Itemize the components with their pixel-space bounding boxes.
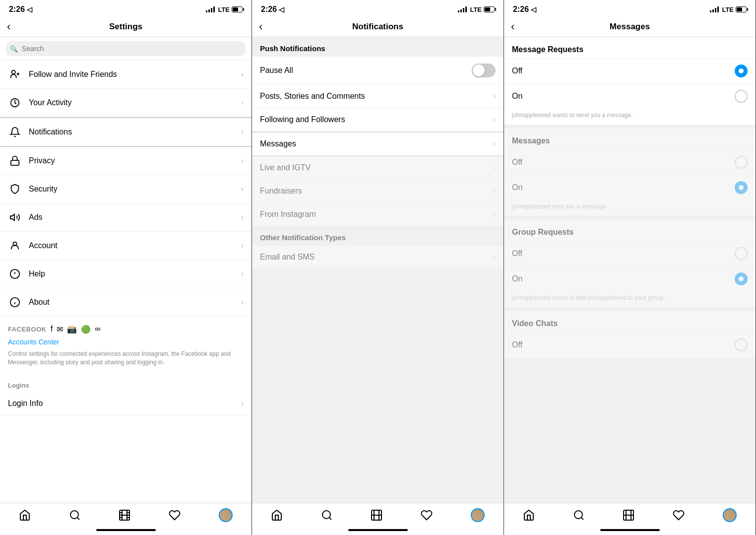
sidebar-item-account[interactable]: Account › bbox=[0, 232, 252, 260]
sidebar-item-notifications[interactable]: Notifications › bbox=[0, 117, 252, 147]
tab-home-1[interactable] bbox=[19, 509, 31, 521]
tab-reels-3[interactable] bbox=[623, 509, 634, 521]
tab-heart-1[interactable] bbox=[169, 509, 181, 521]
message-requests-desc: johnappleseed wants to send you a messag… bbox=[504, 109, 756, 125]
tab-reels-2[interactable] bbox=[371, 509, 382, 521]
notif-item-messages[interactable]: Messages › bbox=[252, 132, 504, 156]
oculus-icon: ∞ bbox=[95, 325, 100, 334]
svg-point-29 bbox=[574, 511, 582, 519]
chevron-live-igtv: › bbox=[493, 163, 496, 172]
chevron-ads: › bbox=[241, 213, 244, 222]
svg-marker-5 bbox=[10, 214, 14, 221]
sidebar-item-help[interactable]: Help › bbox=[0, 260, 252, 288]
sidebar-item-activity[interactable]: Your Activity › bbox=[0, 89, 252, 117]
chevron-fundraisers: › bbox=[493, 187, 496, 196]
accounts-center-link[interactable]: Accounts Center bbox=[8, 338, 244, 346]
lte-label-1: LTE bbox=[218, 6, 230, 13]
message-requests-on-option[interactable]: On bbox=[504, 83, 756, 109]
messages-title: Messages bbox=[610, 22, 650, 32]
privacy-label: Privacy bbox=[29, 156, 241, 165]
facebook-section: FACEBOOK f ✉ 📸 🟢 ∞ Accounts Center Contr… bbox=[0, 317, 252, 375]
tab-home-2[interactable] bbox=[271, 509, 283, 521]
svg-line-30 bbox=[581, 518, 583, 520]
tab-reels-1[interactable] bbox=[119, 509, 130, 521]
sidebar-item-privacy[interactable]: Privacy › bbox=[0, 147, 252, 175]
tab-search-1[interactable] bbox=[69, 509, 81, 521]
follow-icon bbox=[8, 67, 22, 81]
notif-item-fundraisers: Fundraisers › bbox=[252, 180, 504, 203]
vc-off-radio bbox=[735, 338, 748, 351]
tab-home-3[interactable] bbox=[523, 509, 535, 521]
video-chats-off-option: Off bbox=[504, 332, 756, 357]
messages-panel: 2:26 ◁ LTE ‹ Messages Message Requests O… bbox=[504, 0, 756, 535]
search-input[interactable] bbox=[6, 41, 246, 56]
notifications-title: Notifications bbox=[352, 22, 403, 32]
home-indicator-2 bbox=[252, 525, 504, 535]
about-label: About bbox=[29, 298, 241, 307]
ads-icon bbox=[8, 210, 22, 224]
back-button-2[interactable]: ‹ bbox=[259, 21, 262, 32]
lte-label-2: LTE bbox=[470, 6, 482, 13]
back-button-1[interactable]: ‹ bbox=[7, 21, 10, 32]
tab-bar-2 bbox=[252, 503, 504, 525]
live-igtv-label: Live and IGTV bbox=[260, 163, 493, 172]
mr-off-radio[interactable] bbox=[735, 65, 748, 77]
facebook-icons: f ✉ 📸 🟢 ∞ bbox=[51, 325, 101, 334]
tab-heart-3[interactable] bbox=[673, 509, 685, 521]
svg-point-0 bbox=[12, 70, 15, 74]
tab-profile-2[interactable] bbox=[471, 508, 485, 522]
location-icon-1: ◁ bbox=[27, 5, 32, 13]
notif-item-pause-all[interactable]: Pause All bbox=[252, 57, 504, 85]
notif-item-from-instagram: From Instagram › bbox=[252, 203, 504, 226]
group-requests-on-option: On bbox=[504, 266, 756, 291]
chevron-about: › bbox=[241, 298, 244, 307]
back-button-3[interactable]: ‹ bbox=[511, 21, 514, 32]
following-label: Following and Followers bbox=[260, 115, 493, 124]
tab-search-2[interactable] bbox=[321, 509, 333, 521]
sidebar-item-login-info[interactable]: Login Info › bbox=[0, 392, 252, 415]
tab-heart-2[interactable] bbox=[421, 509, 433, 521]
svg-rect-4 bbox=[11, 160, 19, 165]
gr-on-label: On bbox=[512, 274, 735, 283]
notif-item-following[interactable]: Following and Followers › bbox=[252, 108, 504, 132]
settings-list: Follow and Invite Friends › Your Activit… bbox=[0, 61, 252, 503]
notifications-label: Notifications bbox=[29, 128, 241, 136]
facebook-title: FACEBOOK bbox=[8, 326, 47, 333]
status-icons-3: LTE bbox=[710, 6, 747, 13]
battery-2 bbox=[484, 6, 495, 12]
sidebar-item-ads[interactable]: Ads › bbox=[0, 203, 252, 232]
signal-bars-1 bbox=[206, 6, 215, 12]
msg-on-radio bbox=[735, 181, 748, 194]
lock-icon bbox=[8, 154, 22, 168]
pause-all-toggle[interactable] bbox=[472, 64, 496, 77]
logins-header: Logins bbox=[0, 375, 252, 392]
activity-icon bbox=[8, 96, 22, 110]
time-1: 2:26 bbox=[9, 5, 25, 14]
messages-section: Messages Off On johnappleseed sent you a… bbox=[504, 129, 756, 216]
sidebar-item-about[interactable]: About › bbox=[0, 288, 252, 317]
push-notifications-header: Push Notifications bbox=[252, 37, 504, 57]
tab-search-3[interactable] bbox=[573, 509, 585, 521]
video-chats-section: Video Chats Off bbox=[504, 311, 756, 357]
settings-header: ‹ Settings bbox=[0, 17, 252, 37]
messages-on-option: On bbox=[504, 175, 756, 200]
signal-bars-2 bbox=[458, 6, 467, 12]
tab-profile-3[interactable] bbox=[723, 508, 737, 522]
mr-on-label: On bbox=[512, 92, 735, 101]
other-notifications-header: Other Notification Types bbox=[252, 226, 504, 246]
messages-section-title: Messages bbox=[504, 129, 756, 149]
notif-item-posts-stories[interactable]: Posts, Stories and Comments › bbox=[252, 85, 504, 108]
status-bar-2: 2:26 ◁ LTE bbox=[252, 0, 504, 17]
follow-label: Follow and Invite Friends bbox=[29, 70, 241, 79]
sidebar-item-follow[interactable]: Follow and Invite Friends › bbox=[0, 61, 252, 89]
message-requests-section: Message Requests Off On johnappleseed wa… bbox=[504, 37, 756, 125]
battery-1 bbox=[232, 6, 243, 12]
mr-on-radio[interactable] bbox=[735, 90, 748, 103]
messages-off-option: Off bbox=[504, 149, 756, 175]
sidebar-item-security[interactable]: Security › bbox=[0, 175, 252, 203]
from-instagram-label: From Instagram bbox=[260, 210, 493, 219]
tab-bar-3 bbox=[504, 503, 756, 525]
message-requests-off-option[interactable]: Off bbox=[504, 58, 756, 83]
tab-profile-1[interactable] bbox=[219, 508, 233, 522]
chevron-privacy: › bbox=[241, 156, 244, 165]
